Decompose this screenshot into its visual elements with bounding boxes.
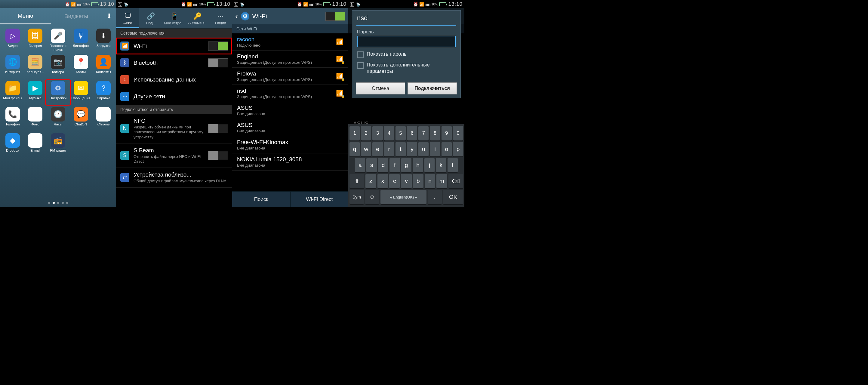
show-advanced-checkbox[interactable]: Показать дополнительные параметры [357, 62, 456, 74]
key[interactable]: y [407, 142, 417, 156]
settings-tab[interactable]: 🖵...ния [116, 8, 139, 28]
toggle[interactable] [208, 151, 228, 160]
app-видео[interactable]: ▷Видео [1, 29, 24, 52]
key[interactable]: 9 [441, 126, 452, 140]
settings-row[interactable]: ↕Использование данных [116, 71, 232, 88]
emoji-key[interactable]: ☺ [365, 190, 379, 204]
toggle[interactable] [208, 124, 228, 133]
key[interactable]: 7 [418, 126, 429, 140]
key[interactable]: 4 [384, 126, 394, 140]
toggle[interactable] [208, 58, 228, 67]
app-dropbox[interactable]: ◆Dropbox [1, 133, 24, 156]
key[interactable]: g [401, 158, 411, 172]
key[interactable]: e [372, 142, 382, 156]
key[interactable]: h [413, 158, 423, 172]
settings-row[interactable]: ⋯Другие сети [116, 88, 232, 105]
key[interactable]: s [366, 158, 377, 172]
app-сообщения[interactable]: ✉Сообщения [69, 81, 92, 104]
app-справка[interactable]: ?Справка [92, 81, 115, 104]
search-button[interactable]: Поиск [232, 192, 290, 207]
app-галерея[interactable]: 🖼Галерея [24, 29, 47, 52]
key[interactable]: j [424, 158, 435, 172]
ok-key[interactable]: OK [443, 190, 463, 204]
wifi-network-row[interactable]: FrolovaЗащищенная (Доступен протокол WPS… [232, 68, 348, 85]
tab-menu[interactable]: Меню [0, 8, 51, 24]
dot-key[interactable]: . [428, 190, 442, 204]
key[interactable]: v [401, 174, 411, 188]
key[interactable]: a [355, 158, 365, 172]
key[interactable]: w [361, 142, 371, 156]
key[interactable]: b [413, 174, 424, 188]
cancel-button[interactable]: Отмена [356, 83, 405, 94]
settings-row[interactable]: ᛒBluetooth [116, 55, 232, 71]
sym-key[interactable]: Sym [349, 190, 364, 204]
app-контакты[interactable]: 👤Контакты [92, 55, 115, 78]
app-загрузки[interactable]: ⬇Загрузки [92, 29, 115, 52]
settings-tab[interactable]: 🔑Учетные з... [186, 8, 209, 28]
settings-row[interactable]: 📶Wi-Fi [116, 38, 232, 55]
app-chaton[interactable]: 💬ChatON [69, 107, 92, 130]
app-голосовой поиск[interactable]: 🎤Голосовой поиск [46, 29, 69, 52]
key[interactable]: x [377, 174, 388, 188]
key[interactable]: f [390, 158, 400, 172]
backspace-key[interactable]: ⌫ [448, 174, 463, 188]
show-password-checkbox[interactable]: Показать пароль [357, 51, 456, 58]
shift-key[interactable]: ⇧ [349, 174, 364, 188]
app-музыка[interactable]: ▶Музыка [24, 81, 47, 104]
app-chrome[interactable]: ◉Chrome [92, 107, 115, 130]
key[interactable]: d [378, 158, 388, 172]
key[interactable]: 5 [396, 126, 406, 140]
wifi-network-row[interactable]: nsdЗащищенная (Доступен протокол WPS)📶🔒 [232, 85, 348, 102]
key[interactable]: 0 [453, 126, 463, 140]
settings-row[interactable]: ⇄Устройства поблизо...Общий доступ к фай… [116, 168, 232, 187]
password-input[interactable] [357, 36, 456, 47]
key[interactable]: k [436, 158, 446, 172]
wifi-network-row[interactable]: racoonПодключено📶 [232, 33, 348, 51]
settings-tab[interactable]: ⋯Опции [209, 8, 232, 28]
key[interactable]: c [389, 174, 400, 188]
wifi-direct-button[interactable]: Wi-Fi Direct [290, 192, 349, 207]
tab-widgets[interactable]: Виджеты [51, 8, 102, 24]
key[interactable]: 2 [361, 126, 371, 140]
settings-tab[interactable]: 📱Мое устро... [162, 8, 186, 28]
key[interactable]: n [425, 174, 435, 188]
app-телефон[interactable]: 📞Телефон [1, 107, 24, 130]
wifi-master-toggle[interactable] [326, 12, 345, 21]
app-диктофон[interactable]: 🎙Диктофон [69, 29, 92, 52]
key[interactable]: 8 [430, 126, 440, 140]
key[interactable]: 1 [349, 126, 360, 140]
wifi-network-row[interactable]: ASUSВне диапазона [232, 119, 348, 136]
key[interactable]: l [447, 158, 458, 172]
wifi-network-row[interactable]: NOKIA Lumia 1520_3058Вне диапазона [232, 153, 348, 170]
wifi-network-row[interactable]: ASUSВне диапазона [232, 102, 348, 119]
key[interactable]: 6 [407, 126, 417, 140]
app-настройки[interactable]: ⚙Настройки [45, 79, 71, 105]
back-icon[interactable]: ‹ [235, 12, 238, 21]
app-e-mail[interactable]: ✉E-mail [24, 133, 47, 156]
key[interactable]: m [436, 174, 447, 188]
settings-row[interactable]: NNFCРазрешить обмен данными при прикосно… [116, 114, 232, 143]
key[interactable]: 3 [372, 126, 382, 140]
app-fm-радио[interactable]: 📻FM-радио [46, 133, 69, 156]
key[interactable]: i [430, 142, 440, 156]
key[interactable]: z [365, 174, 376, 188]
app-камера[interactable]: 📷Камера [46, 55, 69, 78]
wifi-network-row[interactable]: Free-Wi-Fi-KinomaxВне диапазона [232, 136, 348, 153]
key[interactable]: u [418, 142, 429, 156]
wifi-network-row[interactable]: EnglandЗащищенная (Доступен протокол WPS… [232, 51, 348, 68]
app-фото[interactable]: ✦Фото [24, 107, 47, 130]
app-часы[interactable]: 🕐Часы [46, 107, 69, 130]
app-карты[interactable]: 📍Карты [69, 55, 92, 78]
key[interactable]: t [396, 142, 406, 156]
key[interactable]: o [441, 142, 452, 156]
settings-row[interactable]: SS BeamОтправить файлы через NFC и Wi-Fi… [116, 143, 232, 168]
app-калькуля...[interactable]: 🧮Калькуля... [24, 55, 47, 78]
toggle[interactable] [208, 41, 228, 51]
app-мои файлы[interactable]: 📁Мои файлы [1, 81, 24, 104]
key[interactable]: p [453, 142, 463, 156]
download-icon[interactable]: ⬇ [102, 8, 116, 24]
space-key[interactable]: ◂ English(UK) ▸ [380, 190, 426, 204]
connect-button[interactable]: Подключиться [407, 83, 457, 94]
key[interactable]: q [349, 142, 360, 156]
app-интернет[interactable]: 🌐Интернет [1, 55, 24, 78]
